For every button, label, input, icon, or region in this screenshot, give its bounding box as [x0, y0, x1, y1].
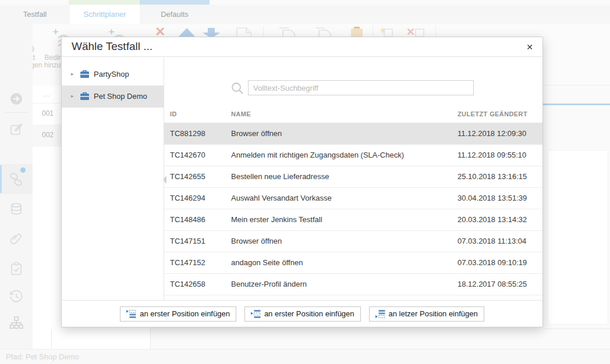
project-tree: ▸ PartyShop ▸ Pet Shop Demo — [62, 56, 164, 301]
sitemap-icon — [9, 315, 24, 330]
left-sidebar — [0, 24, 33, 349]
tab-schrittplaner[interactable]: Schrittplaner — [70, 5, 140, 24]
caret-icon[interactable]: ▸ — [71, 93, 74, 99]
column-name[interactable]: NAME — [231, 110, 251, 117]
collapse-tree-handle[interactable] — [164, 176, 166, 184]
bg-divider — [543, 85, 610, 85]
delete-testcase-icon[interactable]: ✕ — [406, 26, 426, 37]
arrow-right-circle-icon — [9, 91, 24, 106]
edit-icon — [9, 122, 24, 137]
table-row[interactable]: TC148486Mein erster Jenkins Testfall20.0… — [164, 209, 542, 231]
caret-icon[interactable]: ▸ — [71, 71, 74, 77]
dialog-footer: an erster Position einfügen an erster Po… — [62, 300, 542, 327]
table-header: ID NAME ZULETZT GEÄNDERT — [164, 105, 542, 123]
insert-before-selected-button[interactable]: an erster Position einfügen — [244, 306, 361, 322]
sidebar-item-edit[interactable] — [0, 114, 33, 144]
table-row[interactable]: TC881298Browser öffnen11.12.2018 12:09:3… — [164, 123, 542, 145]
table-row[interactable]: TC146294Auswahl Versandart Vorkasse30.04… — [164, 187, 542, 209]
insert-first-icon — [126, 310, 136, 318]
bg-panel-fragment — [51, 329, 151, 348]
sidebar-item-steps[interactable] — [0, 164, 33, 194]
dialog-header: Wähle Testfall ... ✕ — [62, 37, 542, 57]
svg-text:✳: ✳ — [380, 26, 386, 35]
column-modified[interactable]: ZULETZT GEÄNDERT — [458, 110, 527, 117]
tree-item-partyshop[interactable]: ▸ PartyShop — [62, 63, 164, 85]
bg-selected-row-accent — [543, 104, 610, 105]
sidebar-item-attachments[interactable] — [0, 224, 33, 254]
choose-testcase-dialog: Wähle Testfall ... ✕ ▸ PartyShop ▸ — [61, 37, 543, 327]
table-body: TC881298Browser öffnen11.12.2018 12:09:3… — [164, 123, 542, 301]
app-window: Testfall Schrittplaner Defaults + Schrit… — [0, 0, 610, 364]
search-icon — [230, 81, 244, 95]
bg-divider — [543, 329, 610, 329]
tree-item-label: PartyShop — [94, 70, 129, 78]
briefcase-icon — [80, 70, 90, 78]
sidebar-item-data[interactable] — [0, 194, 33, 224]
tab-bar: Testfall Schrittplaner Defaults — [0, 5, 610, 24]
insert-last-position-button[interactable]: an letzer Position einfügen — [369, 306, 484, 322]
tab-testfall[interactable]: Testfall — [0, 5, 70, 24]
briefcase-icon — [80, 92, 90, 101]
new-testcase-icon[interactable]: ✳ — [380, 26, 397, 37]
insert-before-icon — [251, 310, 261, 318]
tab-accent-blue — [140, 0, 210, 5]
tab-defaults[interactable]: Defaults — [140, 5, 210, 24]
status-bar: Pfad: Pet Shop Demo — [0, 349, 610, 364]
table-row[interactable]: TC142658Benutzer-Profil ändern18.12.2017… — [164, 273, 542, 295]
paste-icon[interactable] — [349, 27, 367, 37]
database-icon — [9, 202, 24, 217]
sidebar-item-goto[interactable] — [0, 84, 33, 114]
clipboard-check-icon — [9, 261, 24, 276]
tab-accent-green — [69, 0, 140, 5]
paperclip-icon — [9, 231, 24, 247]
insert-first-position-button[interactable]: an erster Position einfügen — [120, 306, 236, 322]
table-row[interactable]: TC147152andagon Seite öffnen07.03.2018 0… — [164, 252, 542, 274]
history-icon — [9, 288, 24, 304]
table-row[interactable]: TC142670Anmelden mit richtigen Zugangsda… — [164, 144, 542, 166]
sidebar-item-history[interactable] — [0, 281, 33, 311]
bg-detail-panel — [548, 150, 608, 324]
sidebar-item-structure[interactable] — [0, 308, 33, 338]
insert-last-icon — [375, 310, 385, 318]
footsteps-icon — [8, 171, 24, 187]
tree-item-label: Pet Shop Demo — [94, 92, 147, 101]
dialog-title: Wähle Testfall ... — [72, 40, 152, 53]
sidebar-item-checklist[interactable] — [0, 254, 33, 284]
table-row[interactable]: TC142655Bestellen neue Lieferadresse25.1… — [164, 166, 542, 188]
table-row[interactable]: TC147151Browser öffnen07.03.2018 11:13:0… — [164, 230, 542, 252]
column-id[interactable]: ID — [170, 110, 177, 117]
path-label: Pfad: Pet Shop Demo — [6, 352, 79, 361]
close-icon[interactable]: ✕ — [524, 41, 535, 53]
tree-item-petshopdemo[interactable]: ▸ Pet Shop Demo — [62, 85, 164, 108]
search-input[interactable] — [248, 80, 474, 95]
notification-dot — [20, 167, 26, 173]
svg-text:✕: ✕ — [406, 26, 415, 37]
testcase-list-panel: ID NAME ZULETZT GEÄNDERT TC881298Browser… — [164, 56, 542, 301]
